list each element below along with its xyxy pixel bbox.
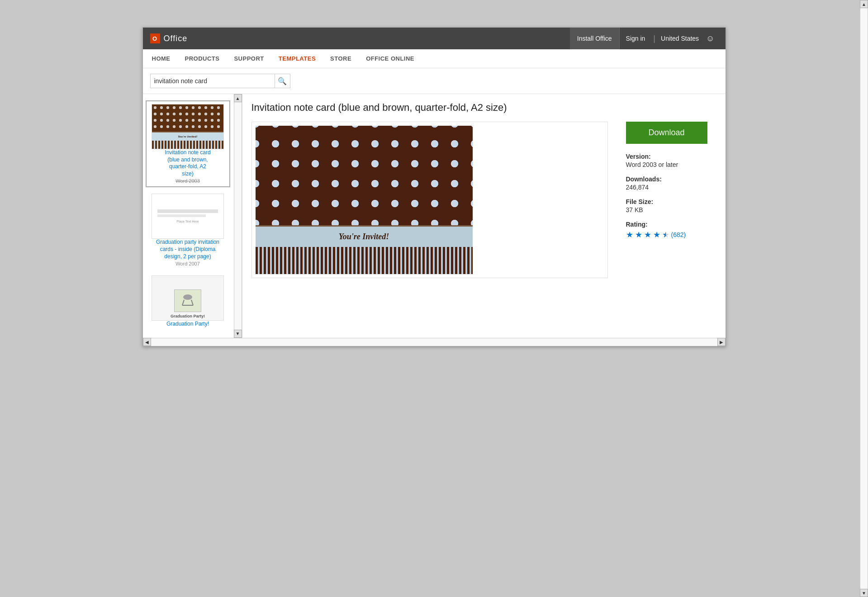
- rating-count[interactable]: (682): [671, 231, 686, 238]
- install-office-button[interactable]: Install Office: [570, 28, 619, 49]
- sidebar-item-1-title[interactable]: Invitation note card(blue and brown,quar…: [165, 149, 210, 177]
- h-scroll-track: [151, 338, 717, 346]
- info-panel: Download Version: Word 2003 or later Dow…: [617, 122, 716, 278]
- version-value: Word 2003 or later: [626, 161, 716, 168]
- thumb-stripes: [152, 141, 223, 149]
- nav-store[interactable]: STORE: [328, 49, 353, 68]
- star-1: ★: [626, 230, 633, 240]
- sidebar-item-2-title[interactable]: Graduation party invitation cards - insi…: [151, 239, 225, 260]
- thumb-invited: You're Invited!: [152, 132, 223, 141]
- sidebar-item-2-version: Word 2007: [175, 261, 200, 266]
- star-2: ★: [635, 230, 642, 240]
- top-bar-right: Install Office Sign in | United States ☺: [570, 28, 718, 49]
- top-bar: O Office Install Office Sign in | United…: [143, 28, 726, 49]
- region-selector[interactable]: United States: [657, 35, 702, 42]
- search-button[interactable]: 🔍: [275, 74, 290, 88]
- feedback-icon[interactable]: ☺: [702, 34, 718, 43]
- scroll-track: [234, 102, 242, 330]
- svg-line-4: [191, 300, 193, 305]
- star-3: ★: [644, 230, 651, 240]
- nav-bar: HOME PRODUCTS SUPPORT TEMPLATES STORE OF…: [143, 49, 726, 68]
- preview-area: Invitation note card (blue and brown, qu…: [242, 94, 726, 338]
- search-icon: 🔍: [278, 77, 287, 85]
- star-5: ★ ★: [662, 230, 669, 240]
- topbar-separator: |: [651, 34, 657, 43]
- search-bar: 🔍: [143, 68, 726, 94]
- nav-support[interactable]: SUPPORT: [232, 49, 266, 68]
- svg-point-2: [183, 294, 192, 300]
- filesize-label: File Size:: [626, 198, 716, 205]
- h-scroll-right-arrow[interactable]: ▶: [717, 338, 726, 346]
- star-4: ★: [653, 230, 660, 240]
- bottom-scrollbar: ◀ ▶: [143, 338, 726, 346]
- svg-text:O: O: [152, 35, 157, 42]
- version-label: Version:: [626, 153, 716, 160]
- download-button[interactable]: Download: [626, 122, 707, 144]
- search-input[interactable]: [151, 76, 275, 86]
- office-logo-icon: O: [150, 33, 160, 43]
- sidebar: You're Invited! Invitation note card(blu…: [143, 94, 242, 338]
- h-scroll-left-arrow[interactable]: ◀: [143, 338, 151, 346]
- sidebar-item-2[interactable]: Place Text Here Graduation party invitat…: [146, 191, 230, 269]
- svg-line-3: [182, 300, 184, 305]
- thumb-dots: [152, 104, 223, 132]
- rating-label: Rating:: [626, 221, 716, 228]
- card-polka-section: [256, 126, 473, 225]
- preview-image-container: You're Invited!: [251, 122, 608, 278]
- sidebar-item-1[interactable]: You're Invited! Invitation note card(blu…: [146, 100, 230, 187]
- version-info: Version: Word 2003 or later: [626, 153, 716, 168]
- sidebar-item-3[interactable]: Graduation Party! Graduation Party!: [146, 273, 230, 331]
- template-title: Invitation note card (blue and brown, qu…: [251, 101, 716, 114]
- scroll-up-arrow[interactable]: ▲: [234, 94, 242, 102]
- nav-templates[interactable]: TEMPLATES: [277, 49, 318, 68]
- thumb-1-polka: [152, 104, 223, 132]
- sign-in-button[interactable]: Sign in: [620, 28, 652, 49]
- card-stripes-section: [256, 247, 473, 274]
- downloads-label: Downloads:: [626, 175, 716, 183]
- search-container: 🔍: [150, 74, 290, 88]
- rating-info: Rating: ★ ★ ★ ★ ★ ★ (682): [626, 221, 716, 240]
- main-content: You're Invited! Invitation note card(blu…: [143, 94, 726, 338]
- page-scroll-track: [860, 8, 868, 589]
- sidebar-item-1-version: Word 2003: [175, 178, 200, 184]
- sidebar-scrollbar: ▲ ▼: [234, 94, 242, 338]
- office-logo: O Office: [150, 33, 188, 43]
- filesize-info: File Size: 37 KB: [626, 198, 716, 213]
- page-scrollbar: ▲ ▼: [860, 0, 868, 597]
- downloads-value: 246,874: [626, 184, 716, 191]
- nav-home[interactable]: HOME: [150, 49, 172, 68]
- nav-products[interactable]: PRODUCTS: [183, 49, 222, 68]
- preview-card: You're Invited!: [256, 126, 473, 274]
- nav-office-online[interactable]: OFFICE ONLINE: [364, 49, 416, 68]
- sidebar-item-3-title[interactable]: Graduation Party!: [166, 321, 209, 328]
- preview-content: You're Invited! Download Version: Word 2…: [251, 122, 716, 278]
- stars-container: ★ ★ ★ ★ ★ ★ (682): [626, 230, 716, 240]
- page-scroll-down[interactable]: ▼: [860, 589, 868, 597]
- downloads-info: Downloads: 246,874: [626, 175, 716, 191]
- scroll-down-arrow[interactable]: ▼: [234, 330, 242, 338]
- card-invited-text: You're Invited!: [256, 225, 473, 247]
- filesize-value: 37 KB: [626, 206, 716, 213]
- page-scroll-up[interactable]: ▲: [860, 0, 868, 8]
- office-logo-text: Office: [164, 34, 188, 43]
